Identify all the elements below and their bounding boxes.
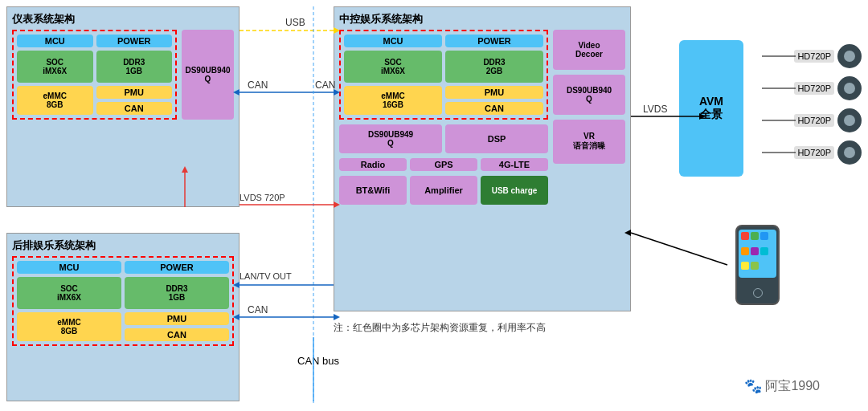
lan-label: LAN/TV OUT — [240, 271, 292, 281]
cam-label-2: HD720P — [794, 82, 834, 95]
center-ddr3: DDR32GB — [445, 51, 543, 83]
center-usb-charge: USB charge — [481, 176, 548, 205]
rear-soc: SOCiMX6X — [17, 277, 121, 309]
svg-marker-14 — [334, 314, 340, 320]
cam-icon-2 — [837, 76, 862, 100]
center-gps: GPS — [410, 158, 477, 171]
camera-row-3: HD720P — [794, 108, 862, 132]
instr-emmc: eMMC8GB — [17, 86, 93, 115]
instr-soc: SOCiMX6X — [17, 51, 93, 83]
rear-mcu: MCU — [17, 261, 121, 274]
center-power: POWER — [445, 35, 543, 47]
cam-icon-1 — [837, 44, 862, 68]
lvds-label: LVDS 720P — [240, 193, 285, 202]
avm-box: AVM 全景 — [679, 40, 743, 177]
phone — [735, 225, 780, 305]
center-mcu: MCU — [344, 35, 442, 47]
usb-label: USB — [285, 17, 305, 28]
cam-label-3: HD720P — [794, 114, 834, 127]
center-can: CAN — [445, 102, 543, 115]
can-label-right: CAN — [315, 79, 335, 91]
center-video-decoder: VideoDecoer — [553, 30, 625, 70]
can-bot-label: CAN — [248, 304, 268, 315]
center-ds90-940: DS90UB940Q — [553, 75, 625, 115]
instr-system: 仪表系统架构 MCU POWER SOCiMX6X DDR31GB eMMC8G… — [6, 6, 240, 207]
watermark-text: 阿宝1990 — [765, 378, 820, 395]
center-soc: SOCiMX6X — [344, 51, 442, 83]
camera-row-1: HD720P — [794, 44, 862, 68]
note-text: 注：红色圈中为多芯片架构资源重复，利用率不高 — [334, 321, 546, 335]
cam-icon-3 — [837, 108, 862, 132]
rear-title: 后排娱乐系统架构 — [12, 238, 234, 253]
instr-ds90: DS90UB940Q — [182, 30, 234, 120]
instr-ddr3: DDR31GB — [96, 51, 173, 83]
center-pmu: PMU — [445, 86, 543, 99]
instr-mcu: MCU — [17, 35, 93, 47]
center-title: 中控娱乐系统架构 — [339, 12, 625, 26]
center-emmc: eMMC16GB — [344, 86, 442, 115]
center-vr: VR语音消噪 — [553, 120, 625, 164]
center-dsp: DSP — [445, 124, 548, 153]
center-amplifier: Amplifier — [410, 176, 477, 205]
rear-can: CAN — [125, 328, 229, 341]
can-bus-label: CAN bus — [297, 355, 339, 367]
instr-title: 仪表系统架构 — [12, 12, 234, 26]
svg-line-21 — [631, 233, 727, 265]
lvds-right-label: LVDS — [643, 104, 667, 115]
watermark: 🐾 阿宝1990 — [744, 377, 820, 395]
rear-ddr3: DDR31GB — [125, 277, 229, 309]
cam-icon-4 — [837, 140, 862, 165]
avm-label: AVM 全景 — [699, 95, 723, 122]
rear-emmc: eMMC8GB — [17, 312, 121, 341]
camera-row-2: HD720P — [794, 76, 862, 100]
cam-label-1: HD720P — [794, 50, 834, 63]
instr-power: POWER — [96, 35, 173, 47]
can-label-left: CAN — [248, 79, 268, 91]
center-lte: 4G-LTE — [481, 158, 548, 171]
camera-row-4: HD720P — [794, 140, 862, 165]
center-ds90-949: DS90UB949Q — [339, 124, 442, 153]
center-radio: Radio — [339, 158, 407, 171]
watermark-icon: 🐾 — [744, 377, 762, 395]
rear-pmu: PMU — [125, 312, 229, 325]
cam-label-4: HD720P — [794, 146, 834, 159]
rear-system: 后排娱乐系统架构 MCU POWER SOCiMX6X DDR31GB eMMC… — [6, 233, 240, 401]
instr-can: CAN — [96, 102, 173, 115]
center-system: 中控娱乐系统架构 MCU POWER SOCiMX6X DDR32GB eMMC… — [334, 6, 631, 311]
rear-power: POWER — [125, 261, 229, 274]
center-bt: BT&Wifi — [339, 176, 407, 205]
instr-pmu: PMU — [96, 86, 173, 99]
